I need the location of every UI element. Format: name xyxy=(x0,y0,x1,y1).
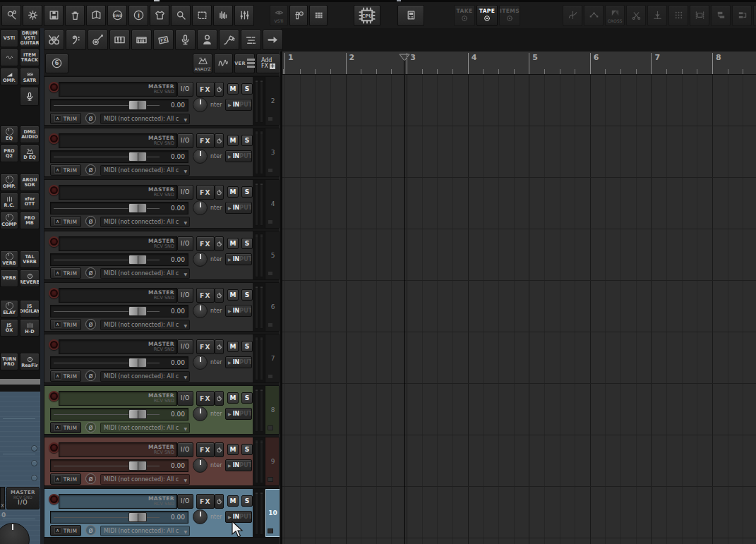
midi-input-dropdown[interactable]: MIDI (not connected): All c▼ xyxy=(100,320,190,330)
sidebar-plugin-button-left[interactable]: OMP. xyxy=(0,68,18,85)
sidebar-plugin-button[interactable]: ReaFir xyxy=(20,353,40,370)
volume-fader-handle[interactable] xyxy=(128,203,147,213)
record-arm-button[interactable] xyxy=(49,133,59,144)
theme-button[interactable] xyxy=(150,5,169,26)
io-button[interactable]: I/O xyxy=(177,339,193,354)
volume-fader[interactable]: 0.00 xyxy=(50,202,188,214)
solo-button[interactable]: S xyxy=(241,83,253,95)
fx-button[interactable]: FX xyxy=(196,236,215,251)
sidebar-plugin-button-left[interactable]: VERB xyxy=(0,250,18,268)
pan-knob[interactable] xyxy=(193,149,208,164)
volume-fader[interactable]: 0.00 xyxy=(50,459,188,472)
insert-vocal-button[interactable] xyxy=(197,30,217,50)
volume-fader[interactable]: 0.00 xyxy=(50,356,188,369)
sidebar-plugin-button[interactable]: REVERB xyxy=(20,270,40,287)
trim-envelope-button[interactable]: ∧TRIM xyxy=(50,267,81,279)
volume-fader-handle[interactable] xyxy=(128,409,147,419)
record-input-button[interactable]: ▶INPUT xyxy=(225,408,252,420)
fx-bypass-button[interactable] xyxy=(215,185,224,200)
track-info-button[interactable]: i xyxy=(289,5,308,26)
sidebar-plugin-button-left[interactable]: R.C. xyxy=(0,193,18,210)
sidebar-plugin-button-left[interactable]: OMP. xyxy=(0,174,18,191)
track-name-field[interactable]: MASTERRCV SND xyxy=(59,339,177,354)
trim-envelope-button[interactable]: ∧TRIM xyxy=(50,319,81,330)
volume-fader[interactable]: 0.00 xyxy=(50,511,188,524)
volume-fader[interactable]: 0.00 xyxy=(50,408,188,421)
volume-fader-handle[interactable] xyxy=(128,461,147,471)
io-button[interactable]: I/O xyxy=(177,133,193,148)
insert-guitar-button[interactable] xyxy=(88,30,108,50)
mute-button[interactable]: M xyxy=(227,289,239,301)
sidebar-plugin-button-left[interactable]: ELAY xyxy=(0,300,18,318)
trim-envelope-button[interactable]: ∧TRIM xyxy=(50,422,81,433)
record-input-button[interactable]: ▶INPUT xyxy=(225,305,252,317)
trim-envelope-button[interactable]: ∧TRIM xyxy=(50,525,81,536)
mute-button[interactable]: M xyxy=(227,83,239,95)
sidebar-plugin-button-left[interactable] xyxy=(0,49,18,66)
midi-input-dropdown[interactable]: MIDI (not connected): All c▼ xyxy=(100,526,190,536)
arrange-items-button[interactable] xyxy=(732,5,752,26)
wave-morph-button[interactable] xyxy=(214,54,233,73)
fx-bypass-button[interactable] xyxy=(215,339,224,354)
track-name-field[interactable]: MASTERRCV SND xyxy=(59,442,177,457)
record-input-button[interactable]: ▶INPUT xyxy=(225,253,252,265)
fx-button[interactable]: FX xyxy=(196,442,215,457)
preferences-button[interactable] xyxy=(23,5,42,26)
solo-button[interactable]: S xyxy=(241,135,253,146)
pan-knob[interactable] xyxy=(193,406,208,421)
record-arm-button[interactable] xyxy=(49,236,59,247)
track-name-field[interactable]: MASTERRCV SND xyxy=(59,133,177,148)
timeline-ruler[interactable]: 12345678 xyxy=(281,52,756,75)
node-move-button[interactable] xyxy=(584,5,604,26)
info-button[interactable]: i xyxy=(128,5,148,26)
sidebar-plugin-button[interactable]: SATR xyxy=(20,68,40,85)
tape-mode-button[interactable]: TAPE xyxy=(476,5,498,26)
toolbar-group[interactable]: TAKETAPEITEMS xyxy=(454,5,522,26)
sidebar-plugin-button[interactable]: AROUSOR xyxy=(20,174,40,191)
add-fx-button[interactable]: Add FX+ xyxy=(256,54,280,73)
volume-fader[interactable]: 0.00 xyxy=(50,150,188,163)
grid-dots-button[interactable] xyxy=(668,5,688,26)
sidebar-plugin-button-left[interactable]: TURNPRO xyxy=(0,353,18,370)
record-arm-button[interactable] xyxy=(49,82,59,92)
master-clipped-button[interactable]: X xyxy=(0,487,5,509)
sidebar-plugin-button[interactable]: H-D xyxy=(20,319,40,337)
volume-fader-handle[interactable] xyxy=(128,306,147,316)
midi-input-dropdown[interactable]: MIDI (not connected): All c▼ xyxy=(100,165,190,176)
split-button[interactable] xyxy=(626,5,646,26)
track-name-field[interactable]: MASTERRCV SND xyxy=(59,185,177,200)
solo-button[interactable]: S xyxy=(241,186,253,198)
pan-knob[interactable] xyxy=(193,97,208,112)
solo-button[interactable]: S xyxy=(241,341,253,352)
sidebar-plugin-button[interactable]: xferOTT xyxy=(20,193,40,210)
sidebar-plugin-button[interactable]: DMGAUDIO xyxy=(20,126,40,143)
trim-envelope-button[interactable]: ∧TRIM xyxy=(50,473,81,485)
fx-bypass-button[interactable] xyxy=(215,133,224,148)
phase-button[interactable]: ø xyxy=(85,319,96,330)
pan-knob[interactable] xyxy=(193,509,208,524)
record-arm-button[interactable] xyxy=(49,288,59,298)
mute-button[interactable]: M xyxy=(227,392,239,404)
volume-fader-handle[interactable] xyxy=(128,255,147,265)
insert-drums-button[interactable] xyxy=(44,30,64,50)
solo-button[interactable]: S xyxy=(241,495,253,507)
insert-bass-button[interactable] xyxy=(66,30,86,50)
solo-button[interactable]: S xyxy=(241,392,253,404)
grid-view-button[interactable] xyxy=(309,5,328,26)
volume-fader[interactable]: 0.00 xyxy=(50,305,188,318)
mute-button[interactable]: M xyxy=(227,135,239,146)
take-mode-button[interactable]: TAKE xyxy=(454,5,475,26)
marquee-button[interactable] xyxy=(192,5,212,26)
arrange-view[interactable] xyxy=(282,75,756,544)
fx-bypass-button[interactable] xyxy=(215,391,224,406)
sidebar-plugin-button-left[interactable]: PROQ2 xyxy=(0,145,18,162)
sidebar-plugin-button[interactable]: D EQ xyxy=(20,145,40,162)
waveform-button[interactable] xyxy=(213,5,233,26)
pan-knob[interactable] xyxy=(193,458,208,473)
record-input-button[interactable]: ▶INPUT xyxy=(225,459,252,471)
track-name-field[interactable]: MASTERRCV SND xyxy=(59,82,177,97)
io-button[interactable]: I/O xyxy=(177,494,193,509)
trim-items-button[interactable] xyxy=(647,5,667,26)
fx-bypass-button[interactable] xyxy=(215,442,224,457)
midi-input-dropdown[interactable]: MIDI (not connected): All c▼ xyxy=(100,474,190,485)
